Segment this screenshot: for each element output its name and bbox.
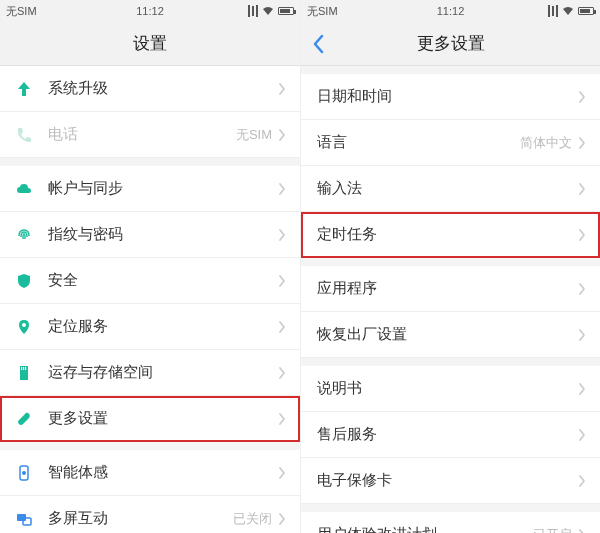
row-value: 已开启 xyxy=(533,526,572,534)
more-row-scheduled-tasks[interactable]: 定时任务 xyxy=(301,212,600,258)
row-label: 语言 xyxy=(317,133,520,152)
more-settings-list: 日期和时间语言简体中文输入法定时任务应用程序恢复出厂设置说明书售后服务电子保修卡… xyxy=(301,66,600,533)
phone-icon xyxy=(14,125,34,145)
row-value: 已关闭 xyxy=(233,510,272,528)
more-row-language[interactable]: 语言简体中文 xyxy=(301,120,600,166)
battery-icon xyxy=(278,7,294,15)
row-label: 定位服务 xyxy=(48,317,278,336)
chevron-right-icon xyxy=(278,412,286,426)
page-header: 设置 xyxy=(0,22,300,66)
row-label: 定时任务 xyxy=(317,225,578,244)
chevron-right-icon xyxy=(578,136,586,150)
row-label: 指纹与密码 xyxy=(48,225,278,244)
page-header: 更多设置 xyxy=(301,22,600,66)
svg-point-5 xyxy=(22,471,26,475)
chevron-right-icon xyxy=(578,228,586,242)
chevron-right-icon xyxy=(578,90,586,104)
row-label: 输入法 xyxy=(317,179,578,198)
vibrate-icon xyxy=(548,5,558,17)
fingerprint-icon xyxy=(14,225,34,245)
chevron-right-icon xyxy=(578,182,586,196)
svg-rect-1 xyxy=(21,367,22,370)
more-row-uex[interactable]: 用户体验改进计划已开启 xyxy=(301,504,600,533)
more-settings-pane: 无SIM 11:12 更多设置 日期和时间语言简体中文输入法定时任务应用程序恢复… xyxy=(300,0,600,533)
row-label: 应用程序 xyxy=(317,279,578,298)
settings-pane: 无SIM 11:12 设置 系统升级电话无SIM帐户与同步指纹与密码安全定位服务… xyxy=(0,0,300,533)
chevron-right-icon xyxy=(578,282,586,296)
chevron-right-icon xyxy=(278,366,286,380)
chevron-right-icon xyxy=(578,528,586,534)
row-label: 系统升级 xyxy=(48,79,278,98)
status-bar: 无SIM 11:12 xyxy=(301,0,600,22)
row-label: 说明书 xyxy=(317,379,578,398)
motion-icon xyxy=(14,463,34,483)
row-label: 智能体感 xyxy=(48,463,278,482)
arrow-up-icon xyxy=(14,79,34,99)
chevron-right-icon xyxy=(578,382,586,396)
row-label: 运存与存储空间 xyxy=(48,363,278,382)
chevron-right-icon xyxy=(278,320,286,334)
settings-list: 系统升级电话无SIM帐户与同步指纹与密码安全定位服务运存与存储空间更多设置智能体… xyxy=(0,66,300,533)
status-bar: 无SIM 11:12 xyxy=(0,0,300,22)
settings-row-phone[interactable]: 电话无SIM xyxy=(0,112,300,158)
sdcard-icon xyxy=(14,363,34,383)
settings-row-system-upgrade[interactable]: 系统升级 xyxy=(0,66,300,112)
settings-row-smart-motion[interactable]: 智能体感 xyxy=(0,442,300,496)
more-row-ewarranty[interactable]: 电子保修卡 xyxy=(301,458,600,504)
chevron-right-icon xyxy=(278,228,286,242)
settings-row-accounts-sync[interactable]: 帐户与同步 xyxy=(0,158,300,212)
chevron-right-icon xyxy=(278,182,286,196)
page-title: 更多设置 xyxy=(417,32,485,55)
chevron-right-icon xyxy=(578,474,586,488)
chevron-right-icon xyxy=(278,82,286,96)
row-label: 多屏互动 xyxy=(48,509,233,528)
wifi-icon xyxy=(262,6,274,16)
wifi-icon xyxy=(562,6,574,16)
cloud-icon xyxy=(14,179,34,199)
more-row-after-sales[interactable]: 售后服务 xyxy=(301,412,600,458)
settings-row-multi-screen[interactable]: 多屏互动已关闭 xyxy=(0,496,300,533)
chevron-right-icon xyxy=(278,512,286,526)
row-label: 日期和时间 xyxy=(317,87,578,106)
settings-row-fingerprint-password[interactable]: 指纹与密码 xyxy=(0,212,300,258)
row-label: 恢复出厂设置 xyxy=(317,325,578,344)
settings-row-storage[interactable]: 运存与存储空间 xyxy=(0,350,300,396)
chevron-right-icon xyxy=(578,428,586,442)
wrench-icon xyxy=(14,409,34,429)
row-label: 电子保修卡 xyxy=(317,471,578,490)
chevron-right-icon xyxy=(278,466,286,480)
row-label: 用户体验改进计划 xyxy=(317,525,533,533)
settings-row-security[interactable]: 安全 xyxy=(0,258,300,304)
battery-icon xyxy=(578,7,594,15)
more-row-factory-reset[interactable]: 恢复出厂设置 xyxy=(301,312,600,358)
chevron-right-icon xyxy=(278,128,286,142)
more-row-apps[interactable]: 应用程序 xyxy=(301,258,600,312)
location-icon xyxy=(14,317,34,337)
back-button[interactable] xyxy=(311,22,325,65)
row-label: 电话 xyxy=(48,125,236,144)
vibrate-icon xyxy=(248,5,258,17)
row-value: 简体中文 xyxy=(520,134,572,152)
row-label: 安全 xyxy=(48,271,278,290)
row-label: 更多设置 xyxy=(48,409,278,428)
settings-row-more-settings[interactable]: 更多设置 xyxy=(0,396,300,442)
svg-rect-3 xyxy=(25,367,26,370)
shield-icon xyxy=(14,271,34,291)
settings-row-location[interactable]: 定位服务 xyxy=(0,304,300,350)
more-row-ime[interactable]: 输入法 xyxy=(301,166,600,212)
chevron-right-icon xyxy=(578,328,586,342)
multiscreen-icon xyxy=(14,509,34,529)
row-label: 售后服务 xyxy=(317,425,578,444)
page-title: 设置 xyxy=(133,32,167,55)
more-row-manual[interactable]: 说明书 xyxy=(301,358,600,412)
chevron-right-icon xyxy=(278,274,286,288)
svg-point-0 xyxy=(22,323,26,327)
more-row-date-time[interactable]: 日期和时间 xyxy=(301,66,600,120)
row-value: 无SIM xyxy=(236,126,272,144)
svg-rect-2 xyxy=(23,367,24,370)
row-label: 帐户与同步 xyxy=(48,179,278,198)
